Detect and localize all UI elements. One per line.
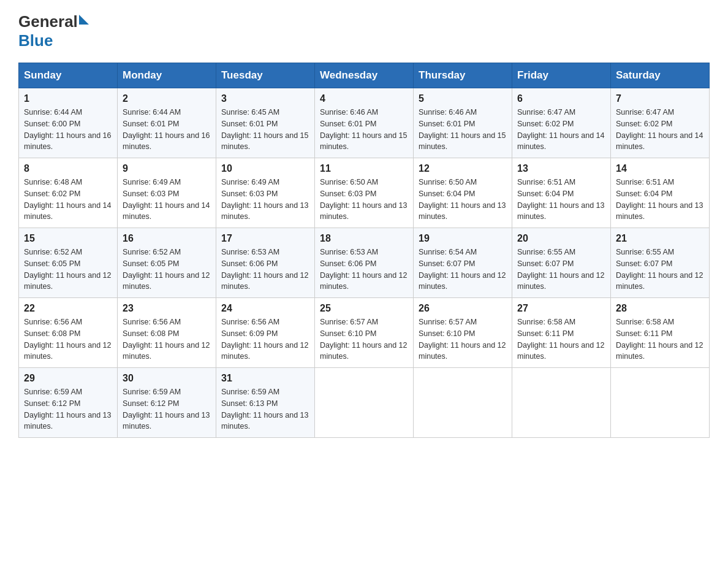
day-number: 12 bbox=[419, 163, 507, 174]
calendar-cell: 29Sunrise: 6:59 AMSunset: 6:12 PMDayligh… bbox=[19, 368, 118, 438]
calendar-cell: 14Sunrise: 6:51 AMSunset: 6:04 PMDayligh… bbox=[611, 158, 710, 228]
day-header-sunday: Sunday bbox=[19, 63, 118, 88]
day-number: 14 bbox=[616, 163, 704, 174]
calendar-cell: 26Sunrise: 6:57 AMSunset: 6:10 PMDayligh… bbox=[414, 298, 512, 368]
day-number: 10 bbox=[221, 163, 309, 174]
day-number: 17 bbox=[221, 233, 309, 244]
day-header-saturday: Saturday bbox=[611, 63, 710, 88]
calendar-cell: 5Sunrise: 6:46 AMSunset: 6:01 PMDaylight… bbox=[414, 88, 512, 158]
calendar-cell: 31Sunrise: 6:59 AMSunset: 6:13 PMDayligh… bbox=[216, 368, 315, 438]
calendar-cell: 12Sunrise: 6:50 AMSunset: 6:04 PMDayligh… bbox=[414, 158, 512, 228]
day-info: Sunrise: 6:51 AMSunset: 6:04 PMDaylight:… bbox=[616, 177, 704, 223]
day-number: 3 bbox=[221, 93, 309, 104]
day-info: Sunrise: 6:52 AMSunset: 6:05 PMDaylight:… bbox=[24, 247, 112, 293]
calendar-cell: 27Sunrise: 6:58 AMSunset: 6:11 PMDayligh… bbox=[512, 298, 611, 368]
day-info: Sunrise: 6:59 AMSunset: 6:12 PMDaylight:… bbox=[24, 386, 112, 432]
logo-general-text: General bbox=[18, 12, 78, 31]
calendar-cell: 20Sunrise: 6:55 AMSunset: 6:07 PMDayligh… bbox=[512, 228, 611, 298]
day-number: 15 bbox=[24, 233, 112, 244]
day-info: Sunrise: 6:57 AMSunset: 6:10 PMDaylight:… bbox=[419, 316, 507, 362]
day-header-tuesday: Tuesday bbox=[216, 63, 315, 88]
calendar-cell: 7Sunrise: 6:47 AMSunset: 6:02 PMDaylight… bbox=[611, 88, 710, 158]
calendar-cell: 15Sunrise: 6:52 AMSunset: 6:05 PMDayligh… bbox=[19, 228, 118, 298]
day-info: Sunrise: 6:44 AMSunset: 6:00 PMDaylight:… bbox=[24, 107, 112, 153]
calendar-cell: 22Sunrise: 6:56 AMSunset: 6:08 PMDayligh… bbox=[19, 298, 118, 368]
day-info: Sunrise: 6:59 AMSunset: 6:13 PMDaylight:… bbox=[221, 386, 309, 432]
calendar-cell: 24Sunrise: 6:56 AMSunset: 6:09 PMDayligh… bbox=[216, 298, 315, 368]
page-header: General Blue bbox=[18, 12, 710, 50]
day-info: Sunrise: 6:50 AMSunset: 6:04 PMDaylight:… bbox=[419, 177, 507, 223]
calendar-cell: 1Sunrise: 6:44 AMSunset: 6:00 PMDaylight… bbox=[19, 88, 118, 158]
day-info: Sunrise: 6:53 AMSunset: 6:06 PMDaylight:… bbox=[221, 247, 309, 293]
calendar-cell: 13Sunrise: 6:51 AMSunset: 6:04 PMDayligh… bbox=[512, 158, 611, 228]
day-info: Sunrise: 6:59 AMSunset: 6:12 PMDaylight:… bbox=[123, 386, 211, 432]
day-info: Sunrise: 6:52 AMSunset: 6:05 PMDaylight:… bbox=[123, 247, 211, 293]
calendar-cell: 16Sunrise: 6:52 AMSunset: 6:05 PMDayligh… bbox=[118, 228, 216, 298]
day-number: 23 bbox=[123, 303, 211, 314]
day-number: 29 bbox=[24, 373, 112, 384]
calendar-cell: 17Sunrise: 6:53 AMSunset: 6:06 PMDayligh… bbox=[216, 228, 315, 298]
calendar-cell: 2Sunrise: 6:44 AMSunset: 6:01 PMDaylight… bbox=[118, 88, 216, 158]
day-info: Sunrise: 6:53 AMSunset: 6:06 PMDaylight:… bbox=[320, 247, 408, 293]
calendar-cell: 25Sunrise: 6:57 AMSunset: 6:10 PMDayligh… bbox=[315, 298, 414, 368]
calendar-cell: 8Sunrise: 6:48 AMSunset: 6:02 PMDaylight… bbox=[19, 158, 118, 228]
day-header-monday: Monday bbox=[118, 63, 216, 88]
day-number: 27 bbox=[517, 303, 605, 314]
day-info: Sunrise: 6:46 AMSunset: 6:01 PMDaylight:… bbox=[320, 107, 408, 153]
day-header-wednesday: Wednesday bbox=[315, 63, 414, 88]
day-info: Sunrise: 6:56 AMSunset: 6:09 PMDaylight:… bbox=[221, 316, 309, 362]
day-info: Sunrise: 6:49 AMSunset: 6:03 PMDaylight:… bbox=[123, 177, 211, 223]
day-number: 22 bbox=[24, 303, 112, 314]
day-info: Sunrise: 6:47 AMSunset: 6:02 PMDaylight:… bbox=[517, 107, 605, 153]
calendar-cell: 23Sunrise: 6:56 AMSunset: 6:08 PMDayligh… bbox=[118, 298, 216, 368]
day-number: 8 bbox=[24, 163, 112, 174]
day-info: Sunrise: 6:46 AMSunset: 6:01 PMDaylight:… bbox=[419, 107, 507, 153]
day-info: Sunrise: 6:47 AMSunset: 6:02 PMDaylight:… bbox=[616, 107, 704, 153]
logo-blue-text: Blue bbox=[18, 31, 89, 50]
logo: General Blue bbox=[18, 12, 89, 50]
day-info: Sunrise: 6:55 AMSunset: 6:07 PMDaylight:… bbox=[616, 247, 704, 293]
calendar-cell bbox=[512, 368, 611, 438]
day-info: Sunrise: 6:49 AMSunset: 6:03 PMDaylight:… bbox=[221, 177, 309, 223]
day-number: 28 bbox=[616, 303, 704, 314]
day-number: 5 bbox=[419, 93, 507, 104]
day-number: 13 bbox=[517, 163, 605, 174]
day-number: 6 bbox=[517, 93, 605, 104]
day-info: Sunrise: 6:48 AMSunset: 6:02 PMDaylight:… bbox=[24, 177, 112, 223]
day-number: 4 bbox=[320, 93, 408, 104]
day-info: Sunrise: 6:54 AMSunset: 6:07 PMDaylight:… bbox=[419, 247, 507, 293]
calendar-cell bbox=[315, 368, 414, 438]
day-number: 30 bbox=[123, 373, 211, 384]
day-header-thursday: Thursday bbox=[414, 63, 512, 88]
calendar-cell: 11Sunrise: 6:50 AMSunset: 6:03 PMDayligh… bbox=[315, 158, 414, 228]
calendar-cell: 9Sunrise: 6:49 AMSunset: 6:03 PMDaylight… bbox=[118, 158, 216, 228]
day-info: Sunrise: 6:57 AMSunset: 6:10 PMDaylight:… bbox=[320, 316, 408, 362]
day-number: 1 bbox=[24, 93, 112, 104]
calendar-cell: 6Sunrise: 6:47 AMSunset: 6:02 PMDaylight… bbox=[512, 88, 611, 158]
day-info: Sunrise: 6:44 AMSunset: 6:01 PMDaylight:… bbox=[123, 107, 211, 153]
day-number: 24 bbox=[221, 303, 309, 314]
day-info: Sunrise: 6:51 AMSunset: 6:04 PMDaylight:… bbox=[517, 177, 605, 223]
calendar-cell bbox=[414, 368, 512, 438]
day-number: 11 bbox=[320, 163, 408, 174]
day-number: 9 bbox=[123, 163, 211, 174]
day-info: Sunrise: 6:45 AMSunset: 6:01 PMDaylight:… bbox=[221, 107, 309, 153]
calendar-cell: 4Sunrise: 6:46 AMSunset: 6:01 PMDaylight… bbox=[315, 88, 414, 158]
calendar-table: SundayMondayTuesdayWednesdayThursdayFrid… bbox=[18, 63, 710, 438]
day-number: 2 bbox=[123, 93, 211, 104]
day-number: 18 bbox=[320, 233, 408, 244]
day-header-friday: Friday bbox=[512, 63, 611, 88]
day-number: 25 bbox=[320, 303, 408, 314]
day-number: 19 bbox=[419, 233, 507, 244]
day-number: 21 bbox=[616, 233, 704, 244]
day-info: Sunrise: 6:56 AMSunset: 6:08 PMDaylight:… bbox=[123, 316, 211, 362]
calendar-cell: 3Sunrise: 6:45 AMSunset: 6:01 PMDaylight… bbox=[216, 88, 315, 158]
calendar-cell: 19Sunrise: 6:54 AMSunset: 6:07 PMDayligh… bbox=[414, 228, 512, 298]
day-info: Sunrise: 6:55 AMSunset: 6:07 PMDaylight:… bbox=[517, 247, 605, 293]
day-info: Sunrise: 6:58 AMSunset: 6:11 PMDaylight:… bbox=[616, 316, 704, 362]
calendar-cell: 21Sunrise: 6:55 AMSunset: 6:07 PMDayligh… bbox=[611, 228, 710, 298]
day-number: 31 bbox=[221, 373, 309, 384]
day-number: 16 bbox=[123, 233, 211, 244]
logo-triangle-icon bbox=[79, 15, 89, 25]
calendar-cell bbox=[611, 368, 710, 438]
